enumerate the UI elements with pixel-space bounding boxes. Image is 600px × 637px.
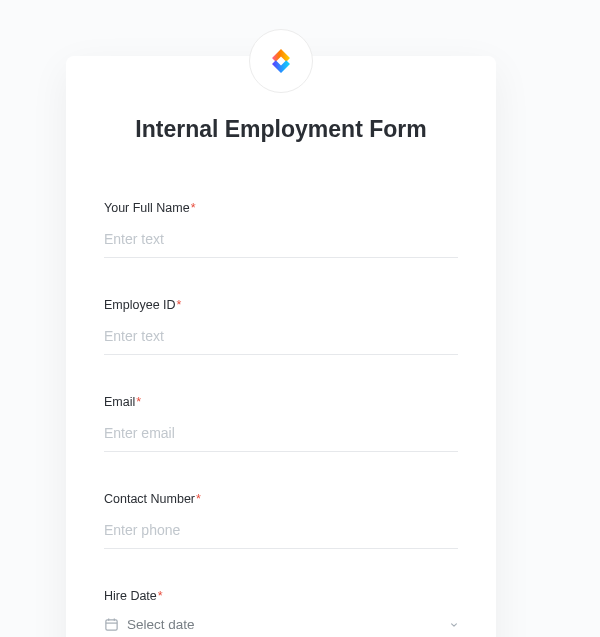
email-input[interactable] bbox=[104, 419, 458, 452]
hire-date-placeholder: Select date bbox=[127, 617, 450, 632]
calendar-icon bbox=[104, 617, 119, 632]
field-contact-number: Contact Number* bbox=[104, 492, 458, 549]
svg-rect-0 bbox=[106, 620, 117, 630]
required-mark: * bbox=[177, 298, 182, 312]
employee-id-input[interactable] bbox=[104, 322, 458, 355]
full-name-input[interactable] bbox=[104, 225, 458, 258]
employee-id-label: Employee ID* bbox=[104, 298, 458, 312]
chevron-down-icon bbox=[450, 621, 458, 629]
form-title: Internal Employment Form bbox=[104, 116, 458, 143]
email-label: Email* bbox=[104, 395, 458, 409]
brand-logo bbox=[249, 29, 313, 93]
field-hire-date: Hire Date* Select date bbox=[104, 589, 458, 637]
required-mark: * bbox=[196, 492, 201, 506]
hire-date-input[interactable]: Select date bbox=[104, 613, 458, 637]
required-mark: * bbox=[158, 589, 163, 603]
hire-date-label: Hire Date* bbox=[104, 589, 458, 603]
field-employee-id: Employee ID* bbox=[104, 298, 458, 355]
full-name-label: Your Full Name* bbox=[104, 201, 458, 215]
required-mark: * bbox=[136, 395, 141, 409]
field-email: Email* bbox=[104, 395, 458, 452]
required-mark: * bbox=[191, 201, 196, 215]
field-full-name: Your Full Name* bbox=[104, 201, 458, 258]
contact-number-input[interactable] bbox=[104, 516, 458, 549]
contact-number-label: Contact Number* bbox=[104, 492, 458, 506]
form-card: Internal Employment Form Your Full Name*… bbox=[66, 56, 496, 637]
clickup-logo-icon bbox=[266, 46, 296, 76]
